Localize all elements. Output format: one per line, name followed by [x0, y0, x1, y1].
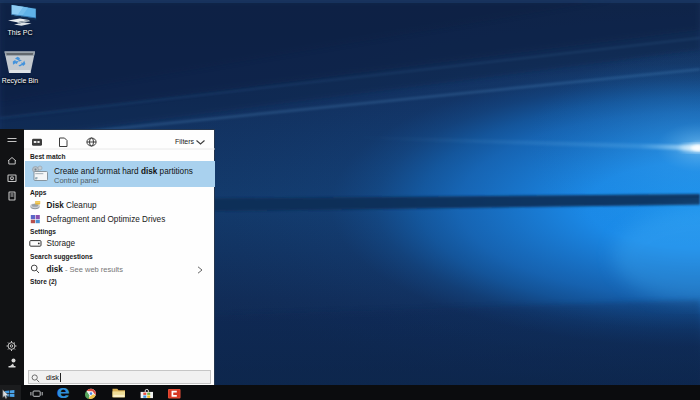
svg-text:e: e [56, 385, 69, 400]
